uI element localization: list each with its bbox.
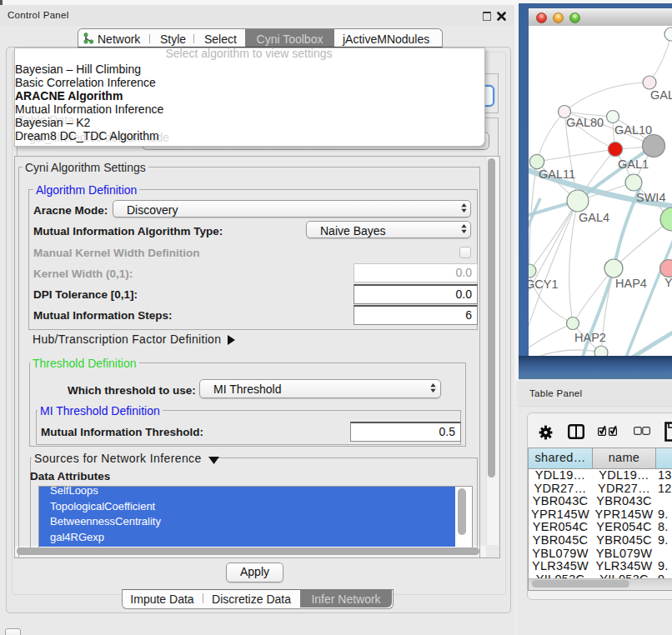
svg-text:GAL4: GAL4: [579, 211, 609, 224]
svg-text:HAP4: HAP4: [615, 277, 647, 290]
svg-text:GAL80: GAL80: [566, 116, 604, 129]
svg-text:SWI4: SWI4: [636, 191, 665, 204]
svg-text:GCY1: GCY1: [529, 278, 559, 291]
svg-text:Y: Y: [664, 276, 672, 289]
svg-text:GAL10: GAL10: [614, 123, 652, 137]
svg-text:GAL1: GAL1: [618, 158, 649, 171]
svg-text:GAL11: GAL11: [539, 168, 575, 181]
svg-text:GAL: GAL: [650, 88, 672, 102]
svg-text:HAP2: HAP2: [574, 331, 606, 344]
